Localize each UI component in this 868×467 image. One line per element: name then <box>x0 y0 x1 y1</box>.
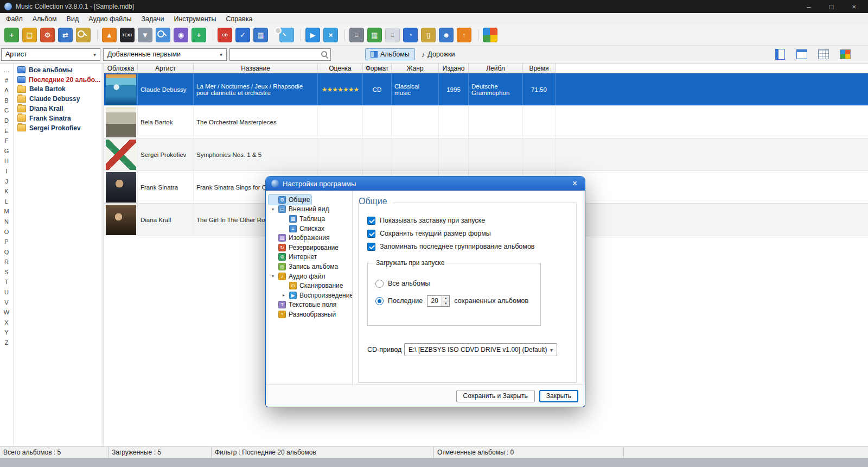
checkbox-save-form-size[interactable]: Сохранять текущий размер формы <box>367 229 567 238</box>
alphabet-letter[interactable]: Q <box>0 247 13 257</box>
column-header[interactable]: Издано <box>439 64 469 73</box>
column-header[interactable]: Лейбл <box>469 64 523 73</box>
menu-file[interactable]: Файл <box>1 13 28 25</box>
tree-item-diana-krall[interactable]: Diana Krall <box>14 104 101 113</box>
menu-album[interactable]: Альбом <box>28 13 62 25</box>
spinner-down-icon[interactable]: ▼ <box>442 301 449 306</box>
report-view-button[interactable] <box>770 47 790 62</box>
alphabet-letter[interactable]: F <box>0 136 13 146</box>
alphabet-letter[interactable]: X <box>0 318 13 328</box>
add-to-list-icon[interactable]: + <box>192 28 206 42</box>
settings-scanning[interactable]: ⊙ Сканирование <box>279 281 344 291</box>
contacts-icon[interactable]: ☻ <box>439 28 454 42</box>
close-button[interactable]: × <box>852 3 856 11</box>
tree-expander-icon[interactable]: ▾ <box>270 207 276 212</box>
settings-audio-file[interactable]: ▾ ♪ Аудио файл <box>269 272 327 281</box>
sort-order-combo[interactable]: Добавленные первыми ▾ <box>103 48 227 61</box>
column-header[interactable]: Обложка <box>104 64 138 73</box>
radio-icon[interactable] <box>375 280 384 288</box>
cd-text-icon[interactable]: TEXT <box>120 28 135 42</box>
alphabet-letter[interactable]: I <box>0 166 13 176</box>
alphabet-letter[interactable]: … <box>0 65 13 75</box>
column-header[interactable]: Формат <box>363 64 392 73</box>
group-by-combo[interactable]: Артист ▾ <box>1 48 100 61</box>
settings-appearance[interactable]: ▾ ▭ Внешний вид <box>269 205 330 214</box>
alphabet-letter[interactable]: U <box>0 287 13 298</box>
settings-miscellaneous[interactable]: * Разнообразный <box>269 310 337 319</box>
maximize-button[interactable]: □ <box>829 3 834 11</box>
save-and-close-button[interactable]: Сохранить и Закрыть <box>456 390 535 402</box>
checkbox-remember-grouping[interactable]: Запоминать последнее группирование альбо… <box>367 242 567 251</box>
alphabet-letter[interactable]: O <box>0 227 13 237</box>
find-album-icon[interactable] <box>76 28 91 42</box>
settings-backup[interactable]: ↻ Резервирование <box>269 243 340 253</box>
alphabet-letter[interactable]: P <box>0 237 13 247</box>
table-search-icon[interactable]: ▦ <box>253 28 268 42</box>
alphabet-letter[interactable]: N <box>0 217 13 227</box>
alphabet-letter[interactable]: L <box>0 197 13 207</box>
albums-count-spinner[interactable]: 20 ▲ ▼ <box>427 295 450 307</box>
move-album-icon[interactable]: ⇄ <box>58 28 73 42</box>
column-header[interactable]: Название <box>194 64 318 73</box>
table-view-button[interactable] <box>792 47 812 62</box>
cd-drive-select[interactable]: E:\ [EZBSYS ISO CDVD DRIVE v1.00] (Defau… <box>404 343 557 356</box>
tree-item-sergei-prokofiev[interactable]: Sergei Prokofiev <box>14 123 101 133</box>
search-icon[interactable] <box>321 51 328 58</box>
play-icon[interactable]: ▶ <box>305 28 320 42</box>
windows-colors-icon[interactable] <box>483 28 497 42</box>
export-user-icon[interactable]: ↑ <box>457 28 471 42</box>
alphabet-letter[interactable]: D <box>0 116 13 126</box>
settings-album-recording[interactable]: ◎ Запись альбома <box>269 262 340 272</box>
tree-expander-icon[interactable]: ▸ <box>281 293 286 298</box>
eject-cd-icon[interactable]: ▲ <box>102 28 117 42</box>
menu-help[interactable]: Справка <box>221 13 257 25</box>
minimize-button[interactable]: – <box>807 3 810 11</box>
alphabet-letter[interactable]: A <box>0 85 13 96</box>
tree-item-bela-bartok[interactable]: Bela Bartok <box>14 85 101 94</box>
statistics-icon[interactable]: ◔ <box>403 28 418 42</box>
spinner-up-icon[interactable]: ▲ <box>442 296 449 301</box>
alphabet-letter[interactable]: M <box>0 206 13 217</box>
print-icon[interactable]: ≡ <box>349 28 364 42</box>
add-album-icon[interactable]: + <box>4 28 19 42</box>
table-row[interactable]: Claude Debussy La Mer / Nocturnes / Jeux… <box>104 73 868 106</box>
settings-internet[interactable]: ⊕ Интернет <box>269 253 318 262</box>
tree-item-last-20[interactable]: Последние 20 альбо... <box>14 75 101 85</box>
settings-general[interactable]: ⚙ Общие <box>269 195 311 205</box>
column-header[interactable]: Оценка <box>318 64 363 73</box>
settings-playback[interactable]: ▸ ▶ Воспроизведение <box>279 291 353 300</box>
duplicate-album-icon[interactable]: ▤ <box>22 28 37 42</box>
settings-table[interactable]: ▦ Таблица <box>279 214 327 224</box>
alphabet-letter[interactable]: W <box>0 307 13 318</box>
menu-view[interactable]: Вид <box>62 13 84 25</box>
grid-view-button[interactable] <box>814 47 833 62</box>
alphabet-letter[interactable]: E <box>0 126 13 136</box>
alphabet-letter[interactable]: # <box>0 75 13 86</box>
settings-text-fields[interactable]: T Текстовые поля <box>269 300 338 310</box>
alphabet-letter[interactable]: G <box>0 146 13 156</box>
tree-item-claude-debussy[interactable]: Claude Debussy <box>14 94 101 104</box>
column-header[interactable]: Жанр <box>392 64 439 73</box>
close-button[interactable]: Закрыть <box>539 390 578 402</box>
table-row[interactable]: Sergei Prokofiev Symphonies Nos. 1 & 5 <box>104 138 868 171</box>
report-icon[interactable]: ▦ <box>367 28 382 42</box>
preview-icon[interactable] <box>279 28 294 42</box>
alphabet-letter[interactable]: C <box>0 105 13 116</box>
search-input[interactable] <box>232 50 321 59</box>
checkbox-icon[interactable] <box>367 217 375 225</box>
tracks-toggle[interactable]: ♪ Дорожки <box>416 48 461 60</box>
cd-player-icon[interactable]: CD <box>218 28 232 42</box>
settings-lists[interactable]: ≡ Списках <box>279 224 326 234</box>
checkbox-icon[interactable] <box>367 230 375 238</box>
alphabet-letter[interactable]: Y <box>0 327 13 338</box>
alphabet-letter[interactable]: S <box>0 267 13 277</box>
radio-all-albums[interactable]: Все альбомы <box>375 277 533 289</box>
edit-album-icon[interactable]: ⚙ <box>40 28 55 42</box>
menu-audio-files[interactable]: Аудио файлы <box>84 13 136 25</box>
import-media-icon[interactable]: ◉ <box>174 28 188 42</box>
radio-last-albums[interactable]: Последние 20 ▲ ▼ сохраненных альбомов <box>375 295 533 307</box>
alphabet-letter[interactable]: H <box>0 156 13 166</box>
document-icon[interactable]: ≡ <box>385 28 400 42</box>
settings-images[interactable]: ▨ Изображения <box>269 233 331 243</box>
tree-item-frank-sinatra[interactable]: Frank Sinatra <box>14 113 101 123</box>
